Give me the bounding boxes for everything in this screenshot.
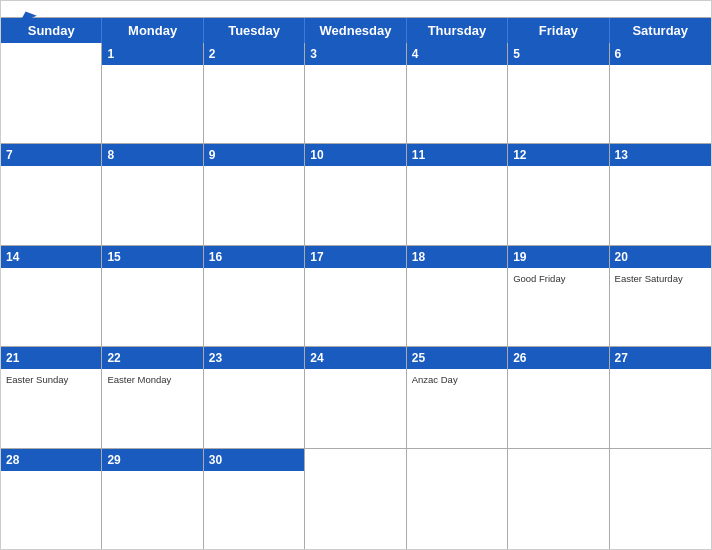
day-cell: 15 (102, 246, 203, 346)
day-cell: 13 (610, 144, 711, 244)
day-cell: 28 (1, 449, 102, 549)
day-cell (508, 449, 609, 549)
day-cell: 7 (1, 144, 102, 244)
day-cell: 3 (305, 43, 406, 143)
day-number: 11 (407, 144, 507, 166)
day-number: 19 (508, 246, 608, 268)
day-number: 25 (407, 347, 507, 369)
day-cell (1, 43, 102, 143)
day-cell: 30 (204, 449, 305, 549)
day-number: 15 (102, 246, 202, 268)
day-cell: 4 (407, 43, 508, 143)
day-cell (407, 449, 508, 549)
day-cell: 29 (102, 449, 203, 549)
week-row-3: 21Easter Sunday22Easter Monday232425Anza… (1, 347, 711, 448)
day-number: 18 (407, 246, 507, 268)
day-header-tuesday: Tuesday (204, 18, 305, 43)
day-cell: 20Easter Saturday (610, 246, 711, 346)
day-cell: 12 (508, 144, 609, 244)
day-number: 17 (305, 246, 405, 268)
holiday-label: Good Friday (513, 273, 603, 284)
svg-marker-0 (19, 9, 37, 27)
day-cell (610, 449, 711, 549)
logo-area (17, 9, 37, 27)
day-number: 24 (305, 347, 405, 369)
day-cell: 8 (102, 144, 203, 244)
holiday-label: Anzac Day (412, 374, 502, 385)
day-number: 8 (102, 144, 202, 166)
day-number: 21 (1, 347, 101, 369)
calendar-header (1, 1, 711, 17)
day-cell: 22Easter Monday (102, 347, 203, 447)
day-cell: 24 (305, 347, 406, 447)
day-cell: 6 (610, 43, 711, 143)
day-cell: 16 (204, 246, 305, 346)
day-number: 16 (204, 246, 304, 268)
holiday-label: Easter Saturday (615, 273, 706, 284)
day-number: 9 (204, 144, 304, 166)
day-cell: 21Easter Sunday (1, 347, 102, 447)
day-number: 7 (1, 144, 101, 166)
day-header-friday: Friday (508, 18, 609, 43)
day-cell: 10 (305, 144, 406, 244)
day-number: 22 (102, 347, 202, 369)
day-cell: 25Anzac Day (407, 347, 508, 447)
day-headers-row: SundayMondayTuesdayWednesdayThursdayFrid… (1, 18, 711, 43)
day-number: 1 (102, 43, 202, 65)
day-number: 6 (610, 43, 711, 65)
day-header-saturday: Saturday (610, 18, 711, 43)
day-number: 20 (610, 246, 711, 268)
day-number: 2 (204, 43, 304, 65)
day-number: 23 (204, 347, 304, 369)
day-number: 3 (305, 43, 405, 65)
day-number: 4 (407, 43, 507, 65)
day-header-thursday: Thursday (407, 18, 508, 43)
calendar-container: SundayMondayTuesdayWednesdayThursdayFrid… (0, 0, 712, 550)
day-number: 14 (1, 246, 101, 268)
week-row-2: 141516171819Good Friday20Easter Saturday (1, 246, 711, 347)
day-cell: 5 (508, 43, 609, 143)
day-cell: 9 (204, 144, 305, 244)
day-number: 26 (508, 347, 608, 369)
day-cell: 14 (1, 246, 102, 346)
day-header-monday: Monday (102, 18, 203, 43)
day-cell: 11 (407, 144, 508, 244)
logo-bird-icon (19, 9, 37, 27)
weeks-container: 12345678910111213141516171819Good Friday… (1, 43, 711, 549)
week-row-0: 123456 (1, 43, 711, 144)
day-number: 13 (610, 144, 711, 166)
day-number: 12 (508, 144, 608, 166)
day-cell (305, 449, 406, 549)
day-cell: 2 (204, 43, 305, 143)
day-number: 30 (204, 449, 304, 471)
day-cell: 1 (102, 43, 203, 143)
day-number: 27 (610, 347, 711, 369)
holiday-label: Easter Sunday (6, 374, 96, 385)
day-cell: 17 (305, 246, 406, 346)
day-number: 10 (305, 144, 405, 166)
calendar-grid: SundayMondayTuesdayWednesdayThursdayFrid… (1, 17, 711, 549)
week-row-1: 78910111213 (1, 144, 711, 245)
day-cell: 18 (407, 246, 508, 346)
holiday-label: Easter Monday (107, 374, 197, 385)
day-number: 28 (1, 449, 101, 471)
week-row-4: 282930 (1, 449, 711, 549)
day-header-wednesday: Wednesday (305, 18, 406, 43)
day-cell: 26 (508, 347, 609, 447)
day-cell: 23 (204, 347, 305, 447)
day-cell: 19Good Friday (508, 246, 609, 346)
day-cell: 27 (610, 347, 711, 447)
day-number: 5 (508, 43, 608, 65)
day-number: 29 (102, 449, 202, 471)
